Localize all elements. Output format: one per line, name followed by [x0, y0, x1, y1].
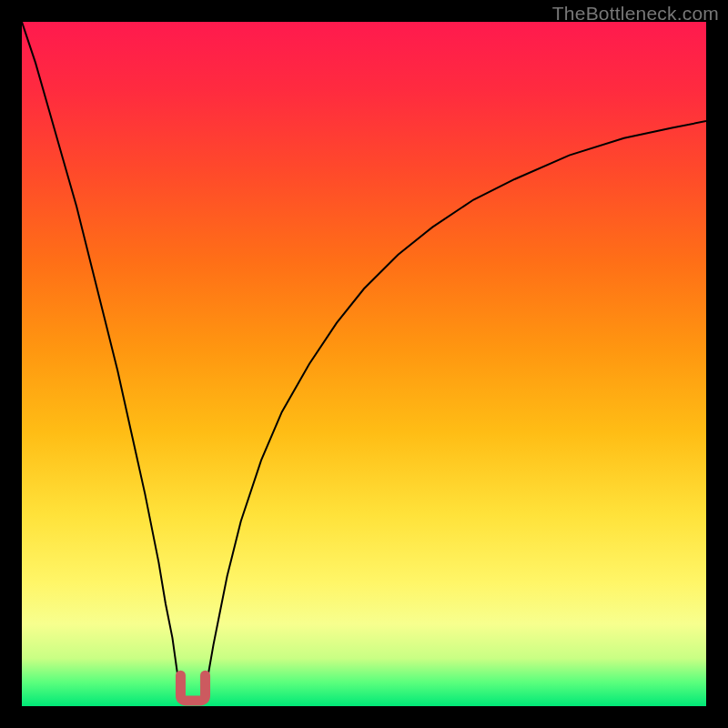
chart-frame	[22, 22, 706, 706]
bottleneck-chart	[22, 22, 706, 706]
gradient-background	[22, 22, 706, 706]
